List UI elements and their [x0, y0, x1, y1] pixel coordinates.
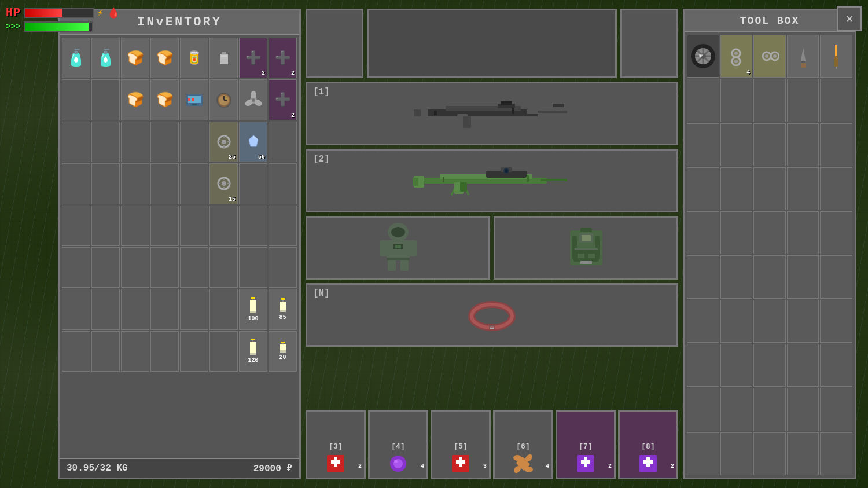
inv-cell-53[interactable] — [209, 289, 238, 329]
weapon-slot-1[interactable]: [1] — [306, 82, 678, 145]
inv-cell-33[interactable] — [91, 206, 120, 246]
inv-cell-50[interactable] — [121, 289, 149, 329]
inv-cell-42[interactable] — [121, 247, 149, 288]
inv-cell-22[interactable]: 50 — [239, 122, 267, 162]
tool-cell-47[interactable] — [753, 432, 786, 475]
inv-cell-28[interactable] — [180, 163, 208, 204]
inv-cell-37[interactable] — [209, 206, 238, 246]
quick-slot-3[interactable]: [3] 2 — [306, 410, 366, 479]
tool-cell-41[interactable] — [720, 388, 753, 431]
tool-cell-33[interactable] — [787, 300, 819, 343]
tool-cell-6[interactable] — [720, 79, 753, 122]
inv-cell-59[interactable] — [150, 331, 179, 372]
tool-cell-32[interactable] — [753, 300, 786, 343]
tool-cell-19[interactable] — [820, 167, 852, 210]
tool-cell-46[interactable] — [720, 432, 753, 475]
inv-cell-34[interactable] — [121, 206, 149, 246]
tool-cell-screwdriver[interactable] — [820, 35, 852, 78]
quick-slot-4[interactable]: [4] 4 — [368, 410, 428, 479]
inv-cell-8[interactable] — [62, 79, 90, 120]
inv-cell-32[interactable] — [62, 206, 90, 246]
tool-cell-43[interactable] — [787, 388, 819, 431]
inv-cell-11[interactable]: 🍞 — [150, 79, 179, 120]
inv-cell-18[interactable] — [121, 122, 149, 162]
tool-cell-13[interactable] — [787, 123, 819, 166]
tool-cell-44[interactable] — [820, 388, 852, 431]
inv-cell-10[interactable]: 🍞 — [121, 79, 149, 120]
armor-slot[interactable] — [306, 216, 490, 280]
inv-cell-31[interactable] — [269, 163, 297, 204]
tool-cell-31[interactable] — [720, 300, 753, 343]
tool-cell-49[interactable] — [820, 432, 852, 475]
inv-cell-39[interactable] — [269, 206, 297, 246]
tool-cell-39[interactable] — [820, 344, 852, 387]
tool-cell-34[interactable] — [820, 300, 852, 343]
inv-cell-15[interactable]: ➕ 2 — [269, 79, 297, 120]
inv-cell-20[interactable] — [180, 122, 208, 162]
inv-cell-5[interactable] — [209, 38, 238, 78]
tool-cell-38[interactable] — [787, 344, 819, 387]
inv-cell-12[interactable] — [180, 79, 208, 120]
tool-cell-7[interactable] — [753, 79, 786, 122]
inv-cell-14[interactable] — [239, 79, 267, 120]
quick-slot-7[interactable]: [7] 2 — [556, 410, 616, 479]
tool-cell-5[interactable] — [687, 79, 719, 122]
backpack-slot[interactable] — [494, 216, 678, 280]
inv-cell-30[interactable] — [239, 163, 267, 204]
inv-cell-candle4[interactable]: 20 — [269, 331, 297, 372]
tool-cell-24[interactable] — [820, 211, 852, 254]
inv-cell-40[interactable] — [62, 247, 90, 288]
tool-cell-35[interactable] — [687, 344, 719, 387]
inv-cell-38[interactable] — [239, 206, 267, 246]
neck-slot[interactable]: [N] — [306, 283, 678, 347]
inv-cell-61[interactable] — [209, 331, 238, 372]
tool-cell-17[interactable] — [753, 167, 786, 210]
tool-cell-knife[interactable] — [787, 35, 819, 78]
inv-cell-13[interactable] — [209, 79, 238, 120]
inv-cell-0[interactable]: 🧴 — [62, 38, 90, 78]
inv-cell-candle2[interactable]: 85 — [269, 289, 297, 329]
inv-cell-26[interactable] — [121, 163, 149, 204]
inv-cell-7[interactable]: ➕ 2 — [269, 38, 297, 78]
inv-cell-24[interactable] — [62, 163, 90, 204]
inv-cell-41[interactable] — [91, 247, 120, 288]
close-button[interactable]: ✕ — [837, 6, 862, 31]
tool-cell-21[interactable] — [720, 211, 753, 254]
inv-cell-16[interactable] — [62, 122, 90, 162]
inv-cell-44[interactable] — [180, 247, 208, 288]
inv-cell-43[interactable] — [150, 247, 179, 288]
tool-cell-11[interactable] — [720, 123, 753, 166]
tool-cell-bolts1[interactable]: 4 — [720, 35, 753, 78]
tool-cell-23[interactable] — [787, 211, 819, 254]
tool-cell-36[interactable] — [720, 344, 753, 387]
inv-cell-57[interactable] — [91, 331, 120, 372]
tool-cell-25[interactable] — [687, 255, 719, 298]
tool-cell-40[interactable] — [687, 388, 719, 431]
tool-cell-26[interactable] — [720, 255, 753, 298]
quick-slot-8[interactable]: [8] 2 — [618, 410, 678, 479]
inv-cell-23[interactable] — [269, 122, 297, 162]
inv-cell-candle1[interactable]: 100 — [239, 289, 267, 329]
tool-cell-wheel[interactable]: ☛ — [687, 35, 719, 78]
tool-cell-37[interactable] — [753, 344, 786, 387]
inv-cell-candle3[interactable]: 120 — [239, 331, 267, 372]
inv-cell-35[interactable] — [150, 206, 179, 246]
inv-cell-58[interactable] — [121, 331, 149, 372]
tool-cell-48[interactable] — [787, 432, 819, 475]
tool-cell-29[interactable] — [820, 255, 852, 298]
tool-cell-14[interactable] — [820, 123, 852, 166]
inv-cell-52[interactable] — [180, 289, 208, 329]
inv-cell-36[interactable] — [180, 206, 208, 246]
inv-cell-60[interactable] — [180, 331, 208, 372]
inv-cell-29[interactable]: 15 — [209, 163, 238, 204]
inv-cell-19[interactable] — [150, 122, 179, 162]
tool-cell-28[interactable] — [787, 255, 819, 298]
inv-cell-45[interactable] — [209, 247, 238, 288]
tool-cell-18[interactable] — [787, 167, 819, 210]
inv-cell-51[interactable] — [150, 289, 179, 329]
inv-cell-56[interactable] — [62, 331, 90, 372]
tool-cell-27[interactable] — [753, 255, 786, 298]
weapon-slot-2[interactable]: [2] — [306, 149, 678, 212]
tool-cell-45[interactable] — [687, 432, 719, 475]
tool-cell-20[interactable] — [687, 211, 719, 254]
